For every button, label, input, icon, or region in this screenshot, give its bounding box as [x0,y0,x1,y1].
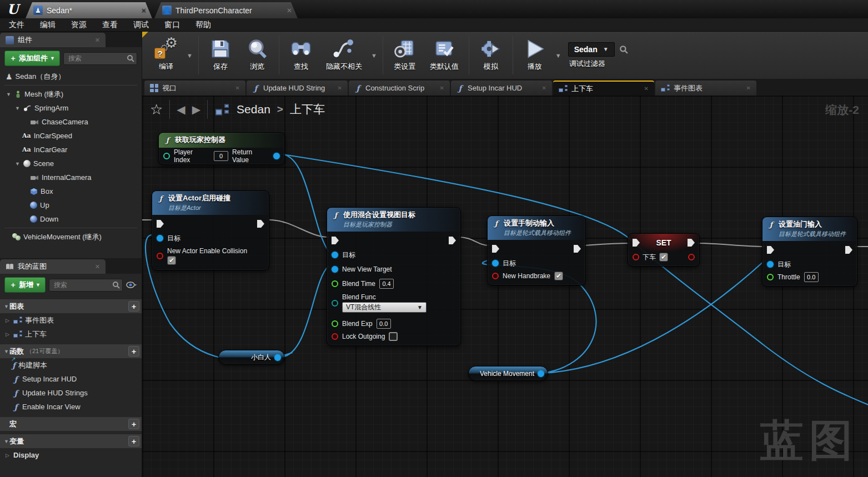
pin-target[interactable] [492,260,499,267]
variable-category-display[interactable]: ▷ Display [0,448,142,462]
tab-construction-script[interactable]: ƒ Construction Scrip ✕ [349,81,450,96]
close-icon[interactable]: ✕ [95,37,100,44]
node-set-actor-enable-collision[interactable]: ƒ 设置Actor启用碰撞 目标是Actor 目标 New Actor Enab… [152,190,269,270]
component-item-box[interactable]: Box [0,184,142,198]
expand-arrow-icon[interactable]: ▷ [4,453,11,458]
tab-enter-exit-car[interactable]: 上下车 ✕ [553,81,654,96]
node-set-view-target-with-blend[interactable]: ƒ 使用混合设置视图目标 目标是玩家控制器 目标 New View Target… [327,207,461,346]
pin-getout-out[interactable] [688,254,695,260]
debug-search-icon[interactable] [619,45,628,54]
lock-outgoing-checkbox[interactable] [389,332,398,341]
component-item-springarm[interactable]: ▼ SpringArm [0,101,142,115]
menu-item-help[interactable]: 帮助 [195,20,211,30]
section-graphs[interactable]: ▼ 图表 ＋ [0,299,142,313]
tab-update-hud-string[interactable]: ƒ Update HUD String ✕ [247,81,348,96]
expand-arrow-icon[interactable]: ▼ [14,161,21,167]
tab-my-blueprint[interactable]: 我的蓝图 ✕ [0,259,106,274]
hide-unrelated-button[interactable]: 隐藏不相关 [319,32,369,79]
collapse-arrow-icon[interactable]: ▼ [3,349,9,354]
exec-out-pin[interactable] [845,246,852,254]
tab-event-graph[interactable]: 事件图表 ✕ [655,81,756,96]
play-button[interactable]: 播放 [516,32,553,79]
compile-button[interactable]: ⚙⚙? 编译 [148,32,184,79]
forward-arrow-icon[interactable]: ▶ [192,103,200,116]
section-functions[interactable]: ▼ 函数 （21可覆盖） ＋ [0,344,142,358]
exec-out-pin[interactable] [449,237,456,244]
function-item-constructionscript[interactable]: ƒ ↗ 构建脚本 [0,358,142,372]
exec-out-pin[interactable] [257,220,264,228]
simulate-button[interactable]: 模拟 [473,32,509,79]
exec-out-pin[interactable] [574,245,581,253]
tab-setup-incar-hud[interactable]: ƒ Setup Incar HUD ✕ [451,81,552,96]
component-item-mesh[interactable]: ▼ Mesh (继承) [0,87,142,101]
player-index-input[interactable]: 0 [214,151,228,161]
close-icon[interactable]: ✕ [644,86,649,92]
expand-arrow-icon[interactable]: ▷ [4,332,11,337]
node-get-player-controller[interactable]: ƒ 获取玩家控制器 Player Index 0 Return Value [158,132,285,165]
section-macros[interactable]: 宏 ＋ [0,417,142,431]
pin-target[interactable] [157,235,163,242]
component-root-sedan[interactable]: ♟ Sedan（自身） [0,69,142,83]
menu-item-edit[interactable]: 编辑 [40,20,56,30]
menu-item-window[interactable]: 窗口 [164,20,180,30]
blend-time-input[interactable]: 0.4 [379,279,394,289]
node-set-handbrake-input[interactable]: ƒ 设置手制动输入 目标是轮式载具移动组件 目标 New Handbrake ✔ [487,215,586,285]
window-tab-thirdpersoncharacter[interactable]: 👤 ThirdPersonCharacter ✕ [154,2,298,18]
component-item-incarspeed[interactable]: Aa InCarSpeed [0,129,142,143]
close-icon[interactable]: ✕ [338,85,342,91]
pin-blend-time[interactable] [332,280,338,287]
node-var-character[interactable]: 小白人 [218,350,285,365]
pin-new-handbrake[interactable] [492,273,499,279]
add-variable-button[interactable]: ＋ [128,436,139,446]
menu-item-debug[interactable]: 调试 [133,20,149,30]
collapse-arrow-icon[interactable]: ▼ [3,304,9,309]
exec-in-pin[interactable] [157,220,164,228]
component-item-chasecamera[interactable]: ChaseCamera [0,115,142,129]
tab-viewport[interactable]: 视口 ✕ [144,81,245,96]
pin-character-out[interactable] [274,354,281,361]
pin-target[interactable] [332,252,338,258]
component-item-internalcamera[interactable]: InternalCamera [0,170,142,184]
add-new-button[interactable]: ＋ 新增 ▼ [4,277,46,293]
close-icon[interactable]: ✕ [95,263,100,270]
getout-checkbox[interactable]: ✔ [659,253,668,262]
close-icon[interactable]: ✕ [141,7,147,14]
pin-return-value[interactable] [273,153,280,159]
pin-blend-exp[interactable] [332,320,338,327]
node-var-vehicle-movement[interactable]: Vehicle Movement [468,366,548,381]
close-icon[interactable]: ✕ [542,85,546,91]
browse-button[interactable]: 浏览 [239,32,275,79]
close-icon[interactable]: ✕ [746,85,751,91]
close-icon[interactable]: ✕ [287,7,292,14]
close-icon[interactable]: ✕ [440,85,444,91]
pin-throttle[interactable] [767,274,774,280]
new-actor-enable-collision-checkbox[interactable]: ✔ [167,256,176,265]
class-defaults-button[interactable]: 类默认值 [423,32,465,79]
eye-filter-icon[interactable] [126,281,137,289]
expand-arrow-icon[interactable]: ▼ [14,106,21,111]
exec-in-pin[interactable] [633,239,640,247]
menu-item-file[interactable]: 文件 [9,20,24,30]
component-item-scene[interactable]: ▼ Scene [0,157,142,170]
pin-getout-in[interactable] [633,254,639,260]
find-button[interactable]: 查找 [283,32,319,79]
chevron-down-icon[interactable]: ▼ [553,52,564,59]
blend-exp-input[interactable]: 0.0 [377,319,391,329]
close-icon[interactable]: ✕ [235,85,240,91]
menu-item-asset[interactable]: 资源 [71,20,87,30]
function-item-enable-incar-view[interactable]: ƒ Enable Incar View [0,400,142,414]
tab-components[interactable]: 组件 ✕ [0,33,106,47]
favorite-star-icon[interactable]: ☆ [150,101,163,118]
node-set-variable-getout[interactable]: SET 下车 ✔ [628,233,700,267]
throttle-input[interactable]: 0.0 [804,272,819,282]
exec-in-pin[interactable] [492,245,499,253]
add-macro-button[interactable]: ＋ [128,419,139,429]
pin-new-view-target[interactable] [332,266,338,273]
graph-item-enterexitcar[interactable]: ▷ 上下车 [0,327,142,341]
collapse-arrow-icon[interactable]: ▼ [3,439,9,444]
function-item-update-hud-strings[interactable]: ƒ Update HUD Strings [0,386,142,400]
menu-item-view[interactable]: 查看 [102,20,118,30]
blend-func-dropdown[interactable]: VT混合线性 ▼ [342,302,427,313]
pin-target[interactable] [767,261,774,268]
function-item-setup-incar-hud[interactable]: ƒ Setup Incar HUD [0,372,142,386]
